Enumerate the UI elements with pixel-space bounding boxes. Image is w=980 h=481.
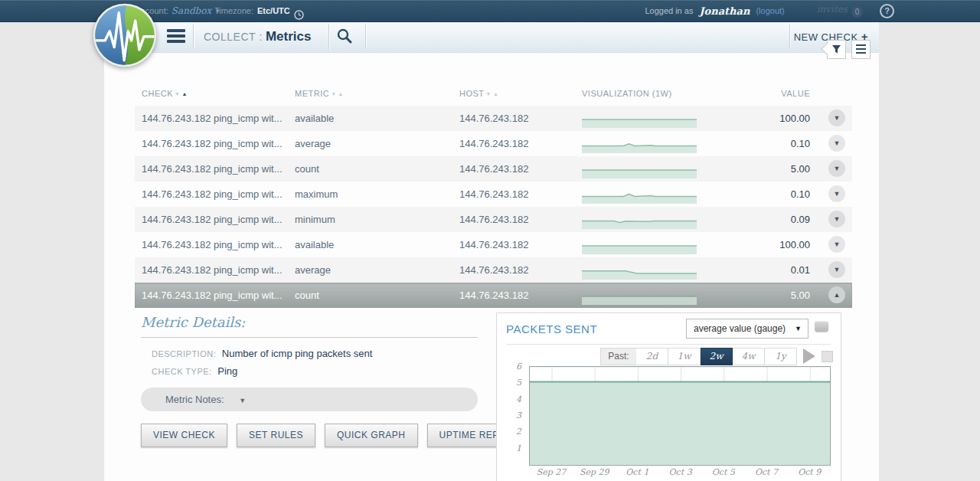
sort-desc-icon: ▼ <box>175 91 180 97</box>
quick-graph-button[interactable]: QUICK GRAPH <box>325 424 418 447</box>
row-expand-button[interactable]: ▼ <box>828 236 845 253</box>
sort-asc-icon: ▲ <box>181 91 187 97</box>
logged-in-prefix: Logged in as <box>645 6 693 15</box>
range-4w-button[interactable]: 4w <box>733 348 765 365</box>
column-header-host[interactable]: HOST▼▲ <box>459 84 498 103</box>
metric-cell: average <box>295 131 331 156</box>
y-axis-tick: 5 <box>516 378 521 388</box>
y-axis-tick: 6 <box>516 362 521 371</box>
menu-button[interactable] <box>167 29 185 44</box>
sparkline <box>582 264 697 276</box>
row-expand-button[interactable]: ▲ <box>828 286 845 303</box>
value-cell: 0.09 <box>791 207 810 232</box>
host-cell: 144.76.243.182 <box>459 131 528 156</box>
range-2w-button[interactable]: 2w <box>701 348 733 365</box>
sort-asc-icon: ▲ <box>338 91 344 97</box>
list-view-button[interactable] <box>851 40 871 59</box>
table-row[interactable]: 144.76.243.182 ping_icmp wit... count 14… <box>135 283 852 308</box>
row-expand-button[interactable]: ▼ <box>828 110 845 126</box>
value-cell: 5.00 <box>791 156 810 182</box>
table-row[interactable]: 144.76.243.182 ping_icmp wit... average … <box>135 257 852 283</box>
y-axis-tick: 2 <box>516 427 521 437</box>
play-icon[interactable] <box>803 348 815 364</box>
host-cell: 144.76.243.182 <box>459 182 528 207</box>
filter-icon <box>831 44 841 54</box>
column-header-metric[interactable]: METRIC▼▲ <box>295 84 344 103</box>
metric-details-title: Metric Details: <box>141 314 245 330</box>
sparkline <box>582 290 697 302</box>
value-cell: 100.00 <box>779 232 810 257</box>
check-cell: 144.76.243.182 ping_icmp wit... <box>142 182 291 207</box>
timezone-menu[interactable]: Timezone:Etc/UTC <box>214 0 304 21</box>
help-icon[interactable]: ? <box>880 4 894 18</box>
chart-x-labels: Sep 27Sep 29Oct 1Oct 3Oct 5Oct 7Oct 9 <box>529 467 829 479</box>
range-2d-button[interactable]: 2d <box>636 348 668 365</box>
row-expand-button[interactable]: ▼ <box>828 261 845 278</box>
metric-cell: available <box>295 232 334 257</box>
table-row[interactable]: 144.76.243.182 ping_icmp wit... average … <box>135 131 852 156</box>
filter-button[interactable] <box>827 40 846 59</box>
host-cell: 144.76.243.182 <box>459 283 528 308</box>
host-cell: 144.76.243.182 <box>459 106 528 131</box>
x-axis-tick: Sep 29 <box>580 467 609 477</box>
graph-options-icon[interactable] <box>815 321 828 332</box>
host-cell: 144.76.243.182 <box>459 257 528 283</box>
sparkline <box>582 138 697 150</box>
x-axis-tick: Oct 7 <box>755 467 778 477</box>
check-type-row: CHECK TYPE: Ping <box>152 365 237 377</box>
x-axis-tick: Oct 3 <box>669 467 692 477</box>
view-check-button[interactable]: VIEW CHECK <box>141 424 227 447</box>
metric-cell: minimum <box>295 207 335 232</box>
row-expand-button[interactable]: ▼ <box>828 185 845 202</box>
chevron-down-icon: ▼ <box>795 319 802 338</box>
row-expand-button[interactable]: ▼ <box>828 211 845 227</box>
range-1y-button[interactable]: 1y <box>765 348 797 365</box>
animate-checkbox[interactable] <box>822 351 833 362</box>
circonus-logo[interactable] <box>92 2 158 68</box>
metric-notes-toggle[interactable]: Metric Notes: ▼ <box>141 388 478 411</box>
metric-cell: available <box>295 106 334 131</box>
row-expand-button[interactable]: ▼ <box>828 160 845 177</box>
set-rules-button[interactable]: SET RULES <box>237 424 315 447</box>
divider <box>193 25 194 49</box>
table-row[interactable]: 144.76.243.182 ping_icmp wit... maximum … <box>135 182 852 207</box>
check-cell: 144.76.243.182 ping_icmp wit... <box>142 156 291 182</box>
packets-sent-card: PACKETS SENT average value (gauge) ▼ Pas… <box>496 312 841 481</box>
invites-badge: 0 <box>851 6 863 18</box>
metrics-page: Account:Sandbox▼ Timezone:Etc/UTC Logged… <box>0 0 980 481</box>
x-axis-tick: Sep 27 <box>537 467 567 477</box>
user-name: Jonathan <box>699 5 750 17</box>
packets-chart-svg <box>530 367 830 465</box>
list-icon <box>856 44 866 46</box>
check-type-value: Ping <box>217 365 237 377</box>
table-row[interactable]: 144.76.243.182 ping_icmp wit... minimum … <box>135 207 852 232</box>
logout-link[interactable]: (logout) <box>756 6 784 15</box>
table-row[interactable]: 144.76.243.182 ping_icmp wit... availabl… <box>135 232 852 257</box>
range-1w-button[interactable]: 1w <box>668 348 701 365</box>
value-cell: 100.00 <box>779 106 810 131</box>
host-cell: 144.76.243.182 <box>459 156 528 182</box>
metric-cell: count <box>295 156 319 182</box>
search-button[interactable] <box>336 28 356 46</box>
metric-cell: average <box>295 257 331 283</box>
chart-y-labels: 123456 <box>497 366 528 466</box>
row-expand-button[interactable]: ▼ <box>828 135 845 152</box>
packets-chart[interactable] <box>529 366 831 466</box>
content-panel: COLLECT : Metrics NEW CHECK + CHECK▼▲MET… <box>104 21 879 481</box>
table-row[interactable]: 144.76.243.182 ping_icmp wit... count 14… <box>135 156 852 182</box>
metrics-table-body: 144.76.243.182 ping_icmp wit... availabl… <box>135 106 852 308</box>
table-row[interactable]: 144.76.243.182 ping_icmp wit... availabl… <box>135 106 852 131</box>
x-axis-tick: Oct 9 <box>798 467 821 477</box>
invites-link[interactable]: invites0 <box>817 4 863 18</box>
value-cell: 0.10 <box>791 131 810 156</box>
sparkline <box>582 188 697 201</box>
past-label: Past: <box>600 348 637 365</box>
time-range-buttons: 2d1w2w4w1y <box>636 348 797 365</box>
search-icon <box>336 28 353 44</box>
divider <box>141 337 478 338</box>
metric-cell: maximum <box>295 182 338 207</box>
sparkline <box>582 113 697 125</box>
check-cell: 144.76.243.182 ping_icmp wit... <box>142 106 291 131</box>
graph-type-select[interactable]: average value (gauge) ▼ <box>686 319 808 339</box>
column-header-check[interactable]: CHECK▼▲ <box>142 84 188 103</box>
